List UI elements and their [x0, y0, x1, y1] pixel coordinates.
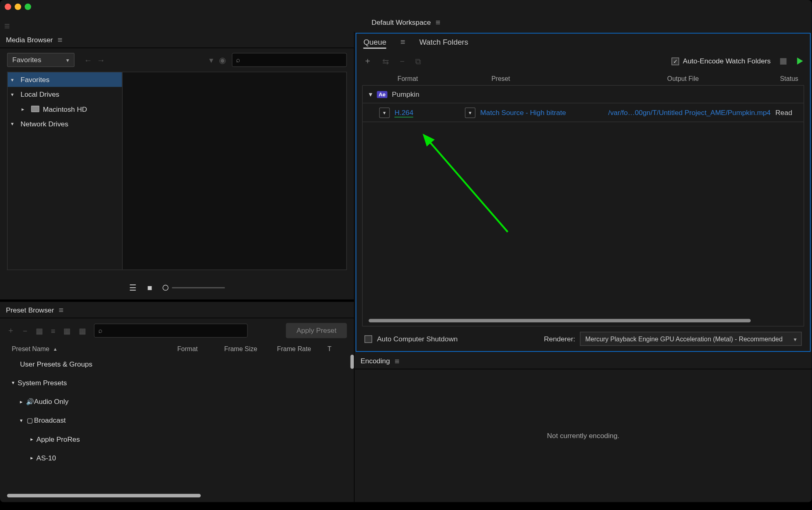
- header-frame-size[interactable]: Frame Size: [224, 345, 277, 352]
- new-group-icon[interactable]: ▦: [36, 326, 43, 335]
- preset-link[interactable]: Match Source - High bitrate: [480, 109, 566, 117]
- zoom-slider[interactable]: [163, 285, 225, 291]
- tree-item-network-drives[interactable]: ▾ Network Drives: [8, 116, 122, 131]
- header-format[interactable]: Format: [177, 345, 224, 352]
- window-titlebar: [0, 0, 812, 13]
- preset-row-user-presets[interactable]: User Presets & Groups: [7, 355, 347, 373]
- apply-preset-button[interactable]: Apply Preset: [286, 323, 347, 339]
- renderer-dropdown[interactable]: Mercury Playback Engine GPU Acceleration…: [580, 332, 802, 346]
- panel-menu-icon[interactable]: ≡: [401, 37, 405, 46]
- preset-search-input[interactable]: ⌕: [94, 323, 248, 338]
- tab-queue[interactable]: Queue: [364, 35, 386, 48]
- encoding-panel: Encoding ≡ Not currently encoding.: [355, 353, 812, 502]
- tree-label: Favorites: [21, 76, 50, 84]
- header-output-file[interactable]: Output File: [597, 75, 769, 82]
- media-browser-tab[interactable]: Media Browser: [6, 33, 53, 46]
- header-preset-name[interactable]: Preset Name: [12, 345, 50, 352]
- remove-icon[interactable]: −: [400, 56, 405, 66]
- header-frame-rate[interactable]: Frame Rate: [277, 345, 327, 352]
- import-icon[interactable]: ▦: [63, 326, 70, 335]
- add-preset-icon[interactable]: ＋: [7, 326, 15, 336]
- horizontal-scrollbar[interactable]: [7, 494, 201, 497]
- chevron-down-icon: ▾: [11, 91, 17, 97]
- preset-search-field[interactable]: [104, 327, 243, 334]
- auto-shutdown-label: Auto Computer Shutdown: [377, 335, 458, 343]
- preset-dropdown[interactable]: ▾: [465, 107, 476, 118]
- tree-item-local-drives[interactable]: ▾ Local Drives: [8, 87, 122, 102]
- header-preset[interactable]: Preset: [444, 75, 597, 82]
- queue-source-row[interactable]: ▾ Ae Pumpkin: [363, 86, 803, 103]
- output-status: Read: [775, 109, 798, 117]
- workspace-bar: Default Workspace ≡: [0, 13, 812, 32]
- filter-icon[interactable]: ▾: [209, 55, 213, 65]
- add-output-icon[interactable]: ⇆: [382, 56, 389, 66]
- media-view-area: [122, 72, 347, 270]
- panel-menu-icon[interactable]: ≡: [59, 305, 64, 315]
- panel-menu-icon[interactable]: ≡: [394, 356, 399, 365]
- nav-forward-icon[interactable]: →: [97, 55, 105, 65]
- zoom-track: [172, 287, 225, 289]
- export-icon[interactable]: ▦: [79, 326, 86, 335]
- preset-row-system-presets[interactable]: ▾ System Presets: [7, 373, 347, 392]
- preset-row-label: Apple ProRes: [37, 435, 80, 443]
- settings-icon[interactable]: ≡: [51, 326, 55, 335]
- stop-queue-icon[interactable]: [780, 58, 786, 64]
- format-dropdown[interactable]: ▾: [379, 107, 390, 118]
- preset-browser-tab[interactable]: Preset Browser: [6, 303, 54, 316]
- close-window-button[interactable]: [5, 3, 11, 10]
- favorites-dropdown[interactable]: Favorites ▾: [7, 53, 74, 67]
- chevron-down-icon: ▾: [12, 380, 17, 386]
- search-icon: ⌕: [98, 326, 102, 334]
- thumbnail-view-icon[interactable]: ■: [147, 283, 152, 292]
- preset-row-label: User Presets & Groups: [20, 360, 92, 368]
- format-link[interactable]: H.264: [394, 109, 413, 117]
- preset-row-apple-prores[interactable]: ▸ Apple ProRes: [7, 430, 347, 449]
- preset-row-as10[interactable]: ▸ AS-10: [7, 449, 347, 467]
- remove-preset-icon[interactable]: −: [23, 326, 27, 335]
- eye-icon[interactable]: ◉: [219, 55, 226, 65]
- preset-row-label: Broadcast: [34, 417, 66, 425]
- chevron-right-icon: ▸: [30, 436, 36, 442]
- zoom-knob[interactable]: [163, 285, 169, 291]
- preset-row-broadcast[interactable]: ▾ ▢ Broadcast: [7, 411, 347, 430]
- tree-item-favorites[interactable]: ▾ Favorites: [8, 72, 122, 87]
- nav-back-icon[interactable]: ←: [84, 55, 92, 65]
- panel-menu-icon[interactable]: ≡: [58, 35, 63, 44]
- encoding-status-text: Not currently encoding.: [547, 432, 619, 440]
- tree-item-macintosh-hd[interactable]: ▸ Macintosh HD: [8, 102, 122, 116]
- auto-shutdown-checkbox[interactable]: [365, 335, 372, 343]
- header-status[interactable]: Status: [769, 75, 798, 82]
- workspace-menu-icon[interactable]: ≡: [435, 17, 440, 27]
- list-view-icon[interactable]: ☰: [129, 283, 137, 292]
- output-file-link[interactable]: /var/fo…00gn/T/Untitled Project_AME/Pump…: [608, 109, 771, 117]
- tv-icon: ▢: [26, 417, 34, 424]
- tab-watch-folders[interactable]: Watch Folders: [419, 35, 468, 48]
- vertical-scrollbar[interactable]: [351, 355, 354, 369]
- duplicate-icon[interactable]: ⧉: [415, 56, 421, 66]
- renderer-label: Renderer:: [544, 335, 575, 343]
- queue-source-name: Pumpkin: [392, 90, 419, 98]
- media-tree: ▾ Favorites ▾ Local Drives ▸ Macintosh H…: [7, 72, 122, 270]
- tree-label: Macintosh HD: [43, 105, 87, 113]
- header-t[interactable]: T: [327, 345, 339, 352]
- media-search-field[interactable]: [243, 56, 343, 63]
- auto-encode-checkbox[interactable]: [672, 57, 680, 65]
- queue-output-row[interactable]: ▾ H.264 ▾ Match Source - High bitrate /v…: [363, 103, 803, 122]
- panel-gripper[interactable]: [5, 16, 10, 35]
- maximize-window-button[interactable]: [25, 3, 31, 10]
- preset-row-label: System Presets: [17, 379, 67, 387]
- minimize-window-button[interactable]: [15, 3, 21, 10]
- speaker-icon: 🔊: [26, 398, 34, 406]
- workspace-label[interactable]: Default Workspace: [371, 18, 431, 26]
- preset-browser-panel: Preset Browser ≡ ＋ − ▦ ≡ ▦ ▦ ⌕ Apply Pre…: [0, 302, 354, 502]
- start-queue-icon[interactable]: [797, 58, 803, 65]
- preset-row-audio-only[interactable]: ▸ 🔊 Audio Only: [7, 392, 347, 411]
- media-search-input[interactable]: ⌕: [232, 53, 347, 67]
- chevron-down-icon: ▾: [11, 121, 17, 126]
- horizontal-scrollbar[interactable]: [369, 319, 751, 323]
- chevron-right-icon: ▸: [22, 106, 27, 112]
- encoding-tab[interactable]: Encoding: [361, 354, 390, 367]
- add-source-icon[interactable]: ＋: [364, 56, 372, 66]
- header-format[interactable]: Format: [368, 75, 444, 82]
- search-icon: ⌕: [236, 56, 240, 64]
